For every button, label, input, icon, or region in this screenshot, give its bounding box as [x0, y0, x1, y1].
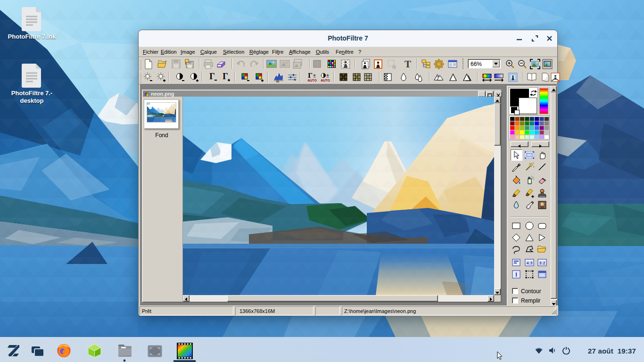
svg-text:Γ: Γ [209, 72, 215, 81]
svg-text:AUTO: AUTO [307, 79, 317, 82]
svg-text:3:2: 3:2 [539, 261, 545, 265]
svg-text:AUTO: AUTO [321, 79, 330, 82]
svg-text:±: ± [313, 73, 316, 78]
svg-text:4:3: 4:3 [526, 261, 532, 265]
svg-text:Γ: Γ [308, 72, 313, 79]
svg-text:±: ± [326, 73, 329, 78]
svg-text:I: I [515, 271, 517, 278]
svg-text:Γ: Γ [223, 72, 228, 81]
svg-text:T: T [405, 58, 411, 70]
